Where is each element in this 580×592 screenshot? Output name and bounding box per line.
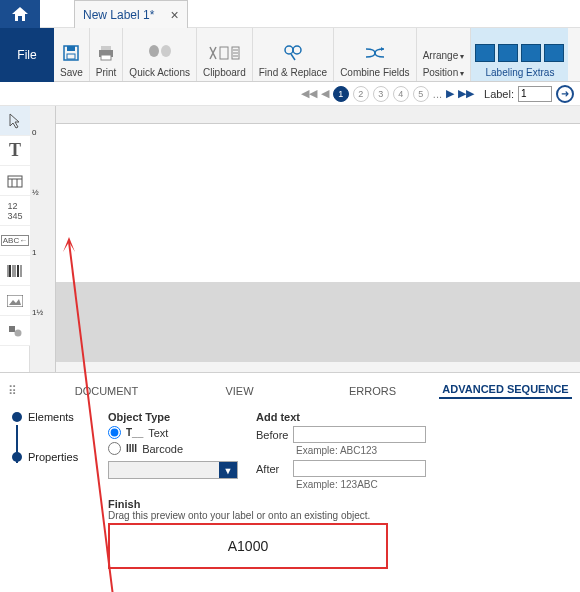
horizontal-scrollbar[interactable] — [56, 362, 580, 372]
svg-line-15 — [291, 54, 295, 60]
arrange-position-group[interactable]: Arrange Position — [417, 28, 472, 81]
combine-fields-button[interactable]: Combine Fields — [334, 28, 416, 81]
rail-properties[interactable]: Properties — [12, 451, 108, 463]
svg-rect-4 — [101, 46, 111, 50]
tab-errors[interactable]: ERRORS — [306, 385, 439, 397]
svg-point-7 — [161, 45, 171, 57]
svg-rect-2 — [67, 54, 75, 59]
object-type-barcode-radio[interactable] — [108, 442, 121, 455]
page-ellipsis: ... — [433, 88, 442, 100]
svg-point-14 — [293, 46, 301, 54]
rail-dot-icon — [12, 412, 22, 422]
combine-fields-icon — [363, 39, 387, 67]
text-icon: T__ — [126, 427, 143, 438]
counter-tool[interactable]: 12345 — [0, 196, 30, 226]
after-input[interactable] — [293, 460, 426, 477]
tab-view[interactable]: VIEW — [173, 385, 306, 397]
quick-actions-button[interactable]: Quick Actions — [123, 28, 197, 81]
image-tool[interactable] — [0, 286, 30, 316]
extras-icon-3[interactable] — [521, 44, 541, 62]
page-pill-1[interactable]: 1 — [333, 86, 349, 102]
page-pill-2[interactable]: 2 — [353, 86, 369, 102]
close-icon[interactable]: × — [170, 7, 178, 23]
panel-drag-handle[interactable]: ⠿ — [8, 384, 22, 398]
quick-actions-icon — [146, 39, 174, 67]
sequence-preview[interactable]: A1000 — [108, 523, 388, 569]
vertical-ruler: 0 ½ 1 1½ — [30, 106, 56, 372]
extras-icon-2[interactable] — [498, 44, 518, 62]
svg-rect-5 — [101, 55, 111, 60]
home-icon — [12, 7, 28, 21]
file-menu[interactable]: File — [0, 28, 54, 82]
before-input[interactable] — [293, 426, 426, 443]
svg-rect-1 — [67, 46, 75, 51]
labeling-extras-group[interactable]: Labeling Extras — [471, 28, 568, 81]
nav-last-icon[interactable]: ▶▶ — [458, 87, 474, 100]
rail-elements[interactable]: Elements — [12, 411, 108, 423]
label-canvas[interactable] — [56, 124, 580, 362]
page-pill-4[interactable]: 4 — [393, 86, 409, 102]
finish-hint: Drag this preview onto your label or ont… — [108, 510, 572, 521]
label-text: Label: — [484, 88, 514, 100]
svg-point-6 — [149, 45, 159, 57]
add-text-header: Add text — [256, 411, 426, 423]
save-button[interactable]: Save — [54, 28, 90, 81]
print-button[interactable]: Print — [90, 28, 124, 81]
textbox-tool[interactable]: ABC← — [0, 226, 30, 256]
home-button[interactable] — [0, 0, 40, 28]
nav-prev-icon[interactable]: ◀ — [321, 87, 329, 100]
barcode-tool[interactable] — [0, 256, 30, 286]
svg-rect-8 — [220, 47, 228, 59]
before-example: Example: ABC123 — [296, 445, 426, 456]
tab-advanced-sequence[interactable]: ADVANCED SEQUENCE — [439, 383, 572, 399]
page-pill-5[interactable]: 5 — [413, 86, 429, 102]
clipboard-button[interactable]: Clipboard — [197, 28, 253, 81]
document-tab-label: New Label 1* — [83, 8, 154, 22]
print-icon — [96, 39, 116, 67]
after-example: Example: 123ABC — [296, 479, 426, 490]
save-icon — [61, 39, 81, 67]
clipboard-icon — [206, 39, 242, 67]
shape-tool[interactable] — [0, 316, 30, 346]
page-pill-3[interactable]: 3 — [373, 86, 389, 102]
text-tool[interactable]: T — [0, 136, 30, 166]
nav-next-icon[interactable]: ▶ — [446, 87, 454, 100]
extras-icon-1[interactable] — [475, 44, 495, 62]
go-button[interactable]: ➜ — [556, 85, 574, 103]
svg-point-28 — [15, 329, 22, 336]
horizontal-ruler — [56, 106, 580, 124]
svg-point-13 — [285, 46, 293, 54]
find-replace-button[interactable]: Find & Replace — [253, 28, 334, 81]
pointer-tool[interactable] — [0, 106, 30, 136]
svg-rect-27 — [9, 326, 15, 332]
find-replace-icon — [282, 39, 304, 67]
object-type-dropdown[interactable]: ▼ — [108, 461, 238, 479]
document-tab[interactable]: New Label 1* × — [74, 0, 188, 28]
object-type-header: Object Type — [108, 411, 238, 423]
extras-icon-4[interactable] — [544, 44, 564, 62]
nav-first-icon[interactable]: ◀◀ — [301, 87, 317, 100]
chevron-down-icon: ▼ — [219, 462, 237, 478]
barcode-icon: IIII — [126, 443, 137, 454]
svg-rect-16 — [8, 176, 22, 187]
finish-header: Finish — [108, 498, 572, 510]
object-type-text-radio[interactable] — [108, 426, 121, 439]
date-tool[interactable] — [0, 166, 30, 196]
tab-document[interactable]: DOCUMENT — [40, 385, 173, 397]
label-number-input[interactable] — [518, 86, 552, 102]
svg-rect-26 — [7, 295, 23, 307]
